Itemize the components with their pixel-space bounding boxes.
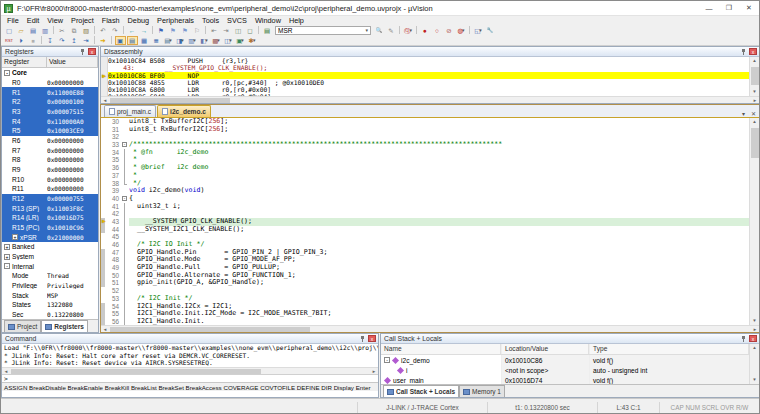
breakpoint-insert-icon[interactable]: ● (420, 26, 431, 35)
register-row[interactable]: R60x00000000 (2, 136, 98, 146)
register-row[interactable]: R110x00000000 (2, 184, 98, 194)
register-row[interactable]: R00x00000000 (2, 78, 98, 88)
debug-session-icon[interactable]: ⓠ▾ (403, 26, 414, 35)
register-row[interactable]: R120x00000755 (2, 194, 98, 204)
tree-expander[interactable]: + (12, 234, 18, 240)
disassembly-window-icon[interactable]: ▤ (127, 36, 138, 45)
navigate-back-icon[interactable]: ← (127, 26, 138, 35)
register-row[interactable]: R10x11000E88 (2, 87, 98, 97)
tab-project[interactable]: Project (4, 320, 41, 332)
menu-item-project[interactable]: Project (67, 16, 98, 25)
register-row[interactable]: Sec0.13220800 (2, 310, 98, 319)
tree-expander[interactable]: - (4, 70, 10, 76)
disassembly-vertical-scrollbar[interactable]: ▲▼ (749, 57, 759, 96)
fold-collapse-icon[interactable]: - (122, 142, 127, 147)
symbols-window-icon[interactable]: ▦ (139, 36, 150, 45)
close-button[interactable]: ✕ (739, 1, 759, 15)
step-into-icon[interactable]: ↧ (45, 36, 56, 45)
uncomment-icon[interactable]: ◻ (245, 26, 256, 35)
tree-expander[interactable]: - (384, 357, 390, 363)
register-row[interactable]: States1322080 (2, 300, 98, 310)
document-tab-i2c-demo-c[interactable]: i2c_demo.c (157, 105, 211, 117)
call-stack-window-icon[interactable]: ▤▾ (163, 36, 174, 45)
registers-window-icon[interactable]: ≣ (151, 36, 162, 45)
trace-windows-icon[interactable]: ◫▾ (223, 36, 234, 45)
copy-icon[interactable]: ⧉ (69, 26, 80, 35)
close-document-icon[interactable]: ✕ (748, 110, 759, 117)
reset-icon[interactable]: RST (4, 36, 15, 45)
menu-item-debug[interactable]: Debug (124, 16, 154, 25)
register-row[interactable]: -Core (2, 68, 98, 78)
menu-item-view[interactable]: View (43, 16, 67, 25)
register-row[interactable]: +xPSR0x21000000 (2, 232, 98, 242)
register-row[interactable]: R15 (PC)0x10010C96 (2, 223, 98, 233)
serial-windows-icon[interactable]: ◧▾ (199, 36, 210, 45)
pin-icon[interactable] (359, 335, 366, 342)
cut-icon[interactable]: ✂ (57, 26, 68, 35)
paste-icon[interactable]: ▨ (81, 26, 92, 35)
register-row[interactable]: R40x110000A0 (2, 116, 98, 126)
show-next-statement-icon[interactable]: ➔ (98, 36, 109, 45)
comment-icon[interactable]: ◫ (233, 26, 244, 35)
breakpoint-disable-all-icon[interactable]: ⊘ (444, 26, 455, 35)
menu-item-file[interactable]: File (3, 16, 23, 25)
register-row[interactable]: R80x00000000 (2, 155, 98, 165)
tab-call-stack-locals[interactable]: Call Stack + Locals (383, 385, 459, 397)
register-row[interactable]: StackMSP (2, 290, 98, 300)
register-row[interactable]: -Internal (2, 261, 98, 271)
menu-item-help[interactable]: Help (285, 16, 308, 25)
tree-expander[interactable]: + (4, 254, 10, 260)
open-file-icon[interactable]: ▱ (16, 26, 27, 35)
search-icon[interactable]: ✎ (386, 26, 397, 35)
watch-windows-icon[interactable]: ◨▾ (175, 36, 186, 45)
register-row[interactable]: R70x00000000 (2, 145, 98, 155)
analysis-windows-icon[interactable]: ▩▾ (211, 36, 222, 45)
breakpoint-enable-icon[interactable]: ○ (432, 26, 443, 35)
menu-item-tools[interactable]: Tools (198, 16, 223, 25)
tree-expander[interactable]: + (4, 244, 10, 250)
register-row[interactable]: R100x00000000 (2, 174, 98, 184)
maximize-button[interactable]: ❐ (719, 1, 739, 15)
command-horizontal-scrollbar[interactable]: ◄► (2, 367, 378, 374)
indent-icon[interactable]: ⇥ (221, 26, 232, 35)
register-row[interactable]: R14 (LR)0x10016D75 (2, 213, 98, 223)
command-window-icon[interactable]: ▣ (115, 36, 126, 45)
register-row[interactable]: +Banked (2, 242, 98, 252)
bookmark-next-icon[interactable]: ⚑ (180, 26, 191, 35)
tab-registers[interactable]: Registers (41, 320, 88, 332)
tree-expander[interactable]: - (4, 263, 10, 269)
save-all-icon[interactable]: ▥ (40, 26, 51, 35)
menu-item-peripherals[interactable]: Peripherals (153, 16, 198, 25)
run-to-cursor-icon[interactable]: ⇥ (81, 36, 92, 45)
tab-list-menu-icon[interactable]: ▾ (739, 110, 748, 117)
find-in-files-icon[interactable]: 🔍 (374, 26, 385, 35)
register-row[interactable]: ModeThread (2, 271, 98, 281)
call-stack-row[interactable]: i<not in scope>auto - unsigned int (381, 365, 749, 375)
breakpoint-kill-all-icon[interactable]: ◍▾ (456, 26, 467, 35)
toolbox-icon[interactable]: ✱▾ (247, 36, 258, 45)
new-file-icon[interactable]: ▢ (4, 26, 15, 35)
register-row[interactable]: R90x00000000 (2, 165, 98, 175)
close-icon[interactable]: x (88, 48, 96, 55)
editor-code-area[interactable]: 30uint8_t TxBufferI2C[256];31uint8_t RxB… (101, 118, 749, 325)
register-row[interactable]: R20x00000100 (2, 97, 98, 107)
pin-icon[interactable] (740, 48, 747, 55)
menu-item-svcs[interactable]: SVCS (223, 16, 251, 25)
minimize-button[interactable]: — (699, 1, 719, 15)
bookmark-prev-icon[interactable]: ⚑ (168, 26, 179, 35)
register-row[interactable]: PrivilegePrivileged (2, 281, 98, 291)
tab-memory-1[interactable]: Memory 1 (459, 385, 505, 397)
disassembly-code[interactable]: 0x10010C84 B508 PUSH {r3,lr} 43: __SYSTE… (108, 57, 749, 96)
register-row[interactable]: R30x00007515 (2, 107, 98, 117)
call-stack-row[interactable]: user_main0x10016D74void f() (381, 375, 749, 384)
step-out-icon[interactable]: ↥ (69, 36, 80, 45)
close-icon[interactable]: x (749, 48, 757, 55)
step-over-icon[interactable]: ↷ (57, 36, 68, 45)
register-row[interactable]: +System (2, 252, 98, 262)
target-select[interactable]: MSR▾ (275, 26, 371, 35)
register-row[interactable]: R13 (SP)0x11003F8C (2, 203, 98, 213)
undo-icon[interactable]: ↶ (98, 26, 109, 35)
close-icon[interactable]: x (368, 335, 376, 342)
editor-horizontal-scrollbar[interactable]: ◄► (101, 325, 759, 332)
pin-icon[interactable] (79, 48, 86, 55)
